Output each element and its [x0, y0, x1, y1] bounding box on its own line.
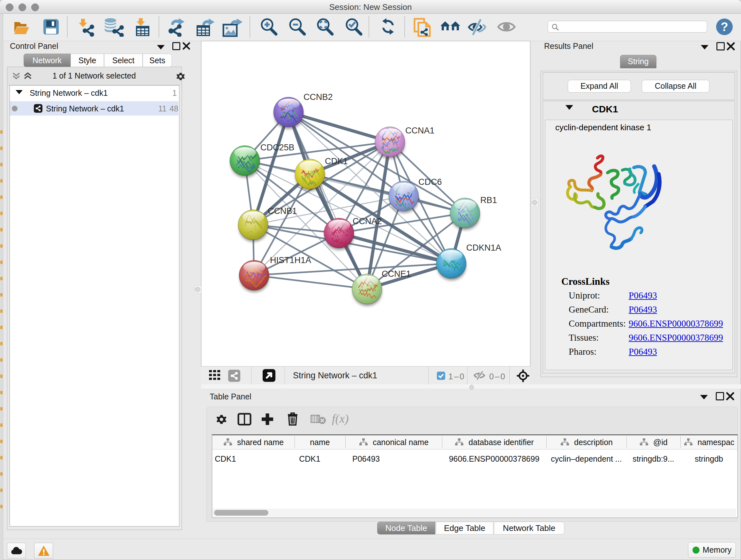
svg-text:CDKN1A: CDKN1A — [466, 243, 501, 253]
svg-text:CDK1: CDK1 — [325, 157, 348, 166]
svg-text:CCNB2: CCNB2 — [304, 92, 333, 102]
svg-text:CCNA2: CCNA2 — [353, 216, 382, 226]
svg-text:CCNA1: CCNA1 — [405, 126, 434, 135]
svg-text:CDC25B: CDC25B — [260, 143, 294, 152]
svg-text:CDC6: CDC6 — [418, 177, 442, 187]
svg-text:RB1: RB1 — [480, 195, 497, 205]
svg-text:HIST1H1A: HIST1H1A — [270, 255, 311, 265]
svg-text:CCNB1: CCNB1 — [268, 206, 297, 216]
svg-text:CCNE1: CCNE1 — [382, 269, 411, 279]
